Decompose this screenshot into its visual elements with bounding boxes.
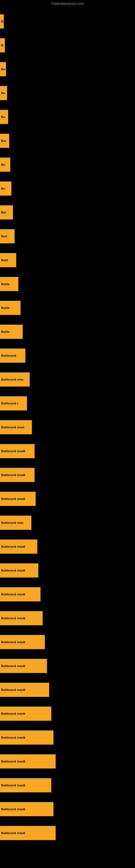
- bar-row: Bo: [0, 105, 135, 129]
- bar-row: Bottleneck result: [0, 749, 135, 773]
- bar-label: Bottleneck result: [0, 492, 36, 506]
- bar-label: Bottleneck result: [0, 754, 56, 769]
- bar-label: Bottleneck result: [0, 659, 47, 673]
- bar-row: Bottleneck result: [0, 821, 135, 845]
- bar-row: Bottleneck: [0, 344, 135, 368]
- bar-row: Bottleneck result: [0, 678, 135, 702]
- bar-label: Bottleneck result: [0, 444, 35, 458]
- bar-row: Bottleneck result: [0, 630, 135, 654]
- bar-row: B: [0, 9, 135, 33]
- bar-label: Bottleneck result: [0, 587, 41, 601]
- bar-label: Bottleneck result: [0, 539, 37, 554]
- bar-label: Bottleneck result: [0, 707, 51, 721]
- bar-row: Bottleneck result: [0, 487, 135, 511]
- bar-row: Bo: [0, 57, 135, 81]
- bar-label: Bottleneck result: [0, 563, 38, 578]
- bar-row: Bottl: [0, 248, 135, 272]
- bar-label: Bottleneck result: [0, 683, 49, 697]
- bar-row: Bot: [0, 200, 135, 224]
- bar-label: Bottl: [0, 253, 16, 267]
- bar-label: Bottle: [0, 325, 23, 339]
- bar-row: Bo: [0, 153, 135, 177]
- bar-label: Bottleneck resul: [0, 420, 32, 434]
- bar-row: Bottleneck resul: [0, 415, 135, 439]
- bar-row: Bottle: [0, 296, 135, 320]
- bar-row: Bottleneck result: [0, 535, 135, 558]
- bar-row: B: [0, 33, 135, 57]
- bar-label: Bottleneck result: [0, 611, 43, 625]
- bar-row: Bottleneck result: [0, 797, 135, 821]
- bar-row: Bottle: [0, 320, 135, 344]
- bar-row: Bottleneck result: [0, 439, 135, 463]
- bar-row: Bottleneck result: [0, 773, 135, 797]
- bar-row: Bottle: [0, 272, 135, 296]
- bar-row: Bottleneck result: [0, 582, 135, 606]
- bar-row: Bottleneck result: [0, 606, 135, 630]
- bar-row: Bottleneck result: [0, 725, 135, 749]
- bar-label: Bottleneck result: [0, 826, 56, 840]
- bar-label: Bo: [0, 86, 7, 100]
- bar-label: Bottleneck result: [0, 802, 53, 816]
- bar-row: Bottleneck result: [0, 463, 135, 487]
- bar-label: Bo: [0, 62, 6, 76]
- site-title: TheBottlenecker.com: [0, 0, 135, 7]
- bar-label: Bottleneck resu: [0, 516, 31, 530]
- bar-row: Bottleneck result: [0, 654, 135, 678]
- bar-label: Bottleneck r: [0, 396, 27, 410]
- bar-label: Bo: [0, 182, 11, 195]
- bar-row: Bottleneck resu: [0, 368, 135, 392]
- bar-row: Bo: [0, 177, 135, 200]
- bar-label: B: [0, 14, 4, 29]
- bar-label: Bo: [0, 110, 8, 124]
- bar-label: Bottleneck result: [0, 778, 51, 792]
- bar-row: Bott: [0, 224, 135, 248]
- bar-row: Bot: [0, 129, 135, 153]
- bar-row: Bottleneck resu: [0, 511, 135, 535]
- bar-label: Bottle: [0, 277, 18, 291]
- bar-label: Bottleneck result: [0, 635, 45, 649]
- bar-label: Bot: [0, 205, 13, 219]
- bars-container: BBBoBoBoBotBoBoBotBottBottlBottleBottleB…: [0, 7, 135, 845]
- bar-label: Bottleneck resu: [0, 372, 30, 386]
- bar-row: Bottleneck result: [0, 558, 135, 582]
- bar-row: Bottleneck r: [0, 392, 135, 415]
- bar-label: Bo: [0, 158, 10, 172]
- bar-label: B: [0, 38, 5, 52]
- bar-label: Bottleneck result: [0, 468, 35, 482]
- bar-label: Bottleneck: [0, 348, 26, 363]
- bar-row: Bo: [0, 81, 135, 105]
- bar-label: Bott: [0, 229, 14, 243]
- bar-label: Bottle: [0, 301, 20, 315]
- bar-label: Bot: [0, 134, 9, 148]
- bar-label: Bottleneck result: [0, 731, 53, 745]
- bar-row: Bottleneck result: [0, 702, 135, 725]
